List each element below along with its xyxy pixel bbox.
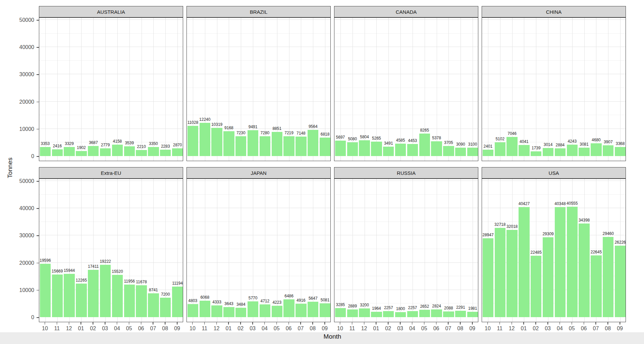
gridline-horizontal xyxy=(39,194,183,195)
bar-JAPAN-07 xyxy=(296,304,306,317)
gridline-horizontal xyxy=(39,33,183,34)
bar-Extra-EU-01 xyxy=(76,284,87,317)
bar-BRAZIL-01 xyxy=(223,131,234,156)
bar-value-label: 40555 xyxy=(567,201,578,206)
x-axis-tick xyxy=(536,322,536,325)
gridline-horizontal xyxy=(482,19,626,20)
bar-Extra-EU-07 xyxy=(148,293,159,317)
gridline-horizontal xyxy=(482,181,626,181)
x-axis-tick xyxy=(192,322,193,325)
bar-RUSSIA-07 xyxy=(443,311,454,317)
bar-value-label: 7046 xyxy=(507,131,517,136)
x-axis-tick xyxy=(487,322,488,325)
bar-BRAZIL-07 xyxy=(296,137,306,156)
x-axis-title: Month xyxy=(324,333,341,340)
gridline-vertical xyxy=(142,18,142,161)
gridline-horizontal xyxy=(334,74,478,74)
bar-value-label: 3090 xyxy=(456,142,465,147)
gridline-vertical xyxy=(388,18,389,161)
bar-value-label: 3081 xyxy=(580,142,589,147)
bar-value-label: 9564 xyxy=(309,124,318,129)
gridline-horizontal xyxy=(482,47,626,47)
gridline-horizontal xyxy=(482,101,626,102)
bar-AUSTRALIA-08 xyxy=(160,150,171,156)
facet-strip-RUSSIA: RUSSIA xyxy=(334,167,478,179)
gridline-horizontal xyxy=(334,129,478,129)
bar-AUSTRALIA-03 xyxy=(100,148,111,156)
gridline-horizontal xyxy=(187,262,330,263)
bar-BRAZIL-08 xyxy=(308,130,318,156)
x-axis-tick xyxy=(276,322,277,325)
bar-CANADA-07 xyxy=(443,146,454,156)
x-axis-tick xyxy=(81,322,82,325)
bar-BRAZIL-05 xyxy=(272,132,282,156)
gridline-vertical xyxy=(129,18,130,161)
bar-value-label: 11956 xyxy=(124,279,135,284)
gridline-horizontal xyxy=(334,276,478,276)
gridline-horizontal xyxy=(39,88,183,88)
gridline-horizontal xyxy=(187,249,330,249)
gridline-horizontal xyxy=(39,142,183,142)
x-axis-tick xyxy=(228,322,229,325)
bar-RUSSIA-02 xyxy=(383,311,394,317)
x-tick-label: 12 xyxy=(66,326,72,332)
gridline-horizontal xyxy=(482,129,626,129)
bar-JAPAN-12 xyxy=(211,305,222,317)
gridline-horizontal xyxy=(482,74,626,74)
gridline-horizontal xyxy=(39,262,183,263)
bar-value-label: 1981 xyxy=(468,306,477,311)
bar-JAPAN-04 xyxy=(260,304,270,317)
facet-panel-JAPAN: 4803606843333643348457704712422364864916… xyxy=(186,179,331,322)
gridline-vertical xyxy=(437,179,437,322)
bar-value-label: 3329 xyxy=(65,141,74,146)
bar-CANADA-10 xyxy=(335,141,346,156)
bar-value-label: 9168 xyxy=(224,126,233,130)
bar-value-label: 3643 xyxy=(224,301,233,306)
y-tick-label: 10000 xyxy=(13,126,34,132)
gridline-horizontal xyxy=(482,208,626,208)
bar-value-label: 5102 xyxy=(495,137,504,141)
y-axis-tick xyxy=(37,236,39,236)
x-tick-label: 07 xyxy=(298,326,304,332)
bar-USA-06 xyxy=(579,224,589,317)
bar-value-label: 6818 xyxy=(321,132,330,137)
gridline-vertical xyxy=(105,18,106,161)
gridline-horizontal xyxy=(482,33,626,34)
x-tick-label: 09 xyxy=(469,326,475,332)
facet-title: RUSSIA xyxy=(397,170,416,176)
x-axis-tick xyxy=(324,322,325,325)
bar-Extra-EU-02 xyxy=(88,270,99,317)
facet-title: CANADA xyxy=(396,9,417,15)
facet-strip-CHINA: CHINA xyxy=(482,6,626,17)
x-axis-tick xyxy=(105,322,105,325)
bar-CHINA-11 xyxy=(495,142,505,156)
gridline-horizontal xyxy=(39,115,183,115)
facet-title: BRAZIL xyxy=(250,9,268,15)
gridline-vertical xyxy=(69,18,70,161)
y-axis-tick xyxy=(37,208,39,209)
y-tick-label: 50000 xyxy=(13,178,34,184)
bar-CHINA-08 xyxy=(603,145,613,156)
bar-value-label: 1800 xyxy=(396,306,405,311)
bar-value-label: 5770 xyxy=(249,296,258,300)
x-tick-label: 02 xyxy=(385,326,391,332)
x-axis-tick xyxy=(524,322,524,325)
bar-BRAZIL-10 xyxy=(187,126,198,156)
x-tick-label: 06 xyxy=(581,326,587,332)
bar-value-label: 4243 xyxy=(568,139,577,144)
bar-BRAZIL-03 xyxy=(248,130,258,156)
bar-value-label: 11678 xyxy=(136,280,147,284)
gridline-horizontal xyxy=(39,74,183,74)
facet-strip-AUSTRALIA: AUSTRALIA xyxy=(39,6,183,17)
x-axis-tick xyxy=(45,322,45,325)
facet-panel-AUSTRALIA: 3353241633291902368727794158353922103350… xyxy=(39,17,183,161)
bar-CHINA-03 xyxy=(543,148,553,156)
bar-CANADA-06 xyxy=(431,141,442,156)
x-tick-label: 11 xyxy=(497,326,502,332)
facet-panel-RUSSIA: 3285288932001964225718002257265228242088… xyxy=(334,179,478,322)
facet-title: CHINA xyxy=(546,9,562,15)
facet-panel-CANADA: 5697508058045265349145854453826553783705… xyxy=(334,17,478,161)
x-tick-label: 12 xyxy=(361,326,367,332)
gridline-horizontal xyxy=(334,290,478,290)
bar-value-label: 5378 xyxy=(432,136,441,140)
